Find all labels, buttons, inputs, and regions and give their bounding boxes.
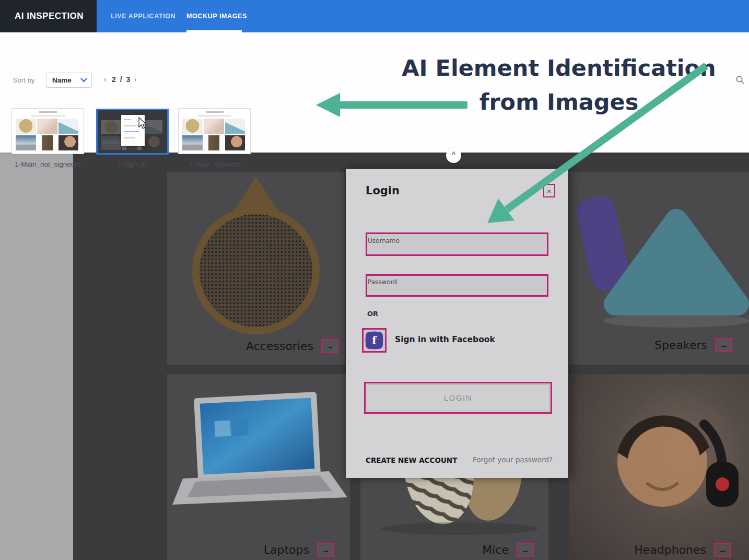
category-arrow-button[interactable]: →: [715, 338, 732, 352]
sort-by-label: Sort by: [13, 76, 34, 84]
thumbnail-main-not-signedin[interactable]: [11, 108, 84, 154]
thumb-login-modal: [121, 115, 145, 146]
login-modal: Login × OR f Sign in with Facebook LOGIN…: [346, 169, 568, 478]
category-label: Mice: [482, 543, 509, 556]
thumbnail-sign-in[interactable]: [96, 109, 169, 155]
category-arrow-button[interactable]: →: [714, 543, 731, 557]
category-label: Laptops: [264, 543, 309, 556]
mockup-screenshot: Accessories → Speakers →: [73, 153, 749, 560]
thumbnail-label: 1-Main_not_signedin: [3, 160, 92, 168]
facebook-signin-label: Sign in with Facebook: [395, 335, 495, 344]
or-separator-label: OR: [367, 310, 378, 318]
category-label: Accessories: [246, 340, 313, 353]
category-arrow-button[interactable]: →: [517, 543, 534, 557]
thumb-product-grid: [182, 119, 247, 151]
close-icon[interactable]: ×: [543, 184, 555, 197]
category-row: Headphones →: [634, 543, 731, 557]
category-tile-speakers: Speakers →: [569, 172, 749, 365]
headphones-product-image: [569, 374, 749, 560]
annotation-caption: AI Element Identification from Images: [360, 51, 749, 120]
thumbnail-label: 3-Main_signedin: [170, 160, 259, 168]
login-button[interactable]: LOGIN: [364, 382, 552, 414]
top-navigation-bar: AI INSPECTION LIVE APPLICATION MOCKUP IM…: [0, 0, 749, 32]
category-tile-accessories: Accessories →: [167, 172, 345, 365]
thumb-product-grid: [16, 119, 80, 151]
active-tab-underline: [186, 30, 242, 32]
category-row: Laptops →: [264, 543, 334, 557]
forgot-password-link[interactable]: Forgot your password?: [473, 456, 553, 464]
caret-up-icon: ^: [452, 151, 455, 157]
category-row: Speakers →: [654, 338, 732, 352]
login-button-label: LOGIN: [367, 384, 549, 411]
speakers-product-image: [569, 172, 749, 365]
login-modal-title: Login: [366, 184, 400, 197]
category-arrow-button[interactable]: →: [321, 339, 338, 353]
category-label: Speakers: [654, 339, 707, 352]
thumb-menu-bar: [31, 115, 65, 116]
create-account-link[interactable]: CREATE NEW ACCOUNT: [366, 456, 457, 464]
category-tile-laptops: Laptops →: [167, 374, 350, 560]
facebook-icon: f: [366, 332, 383, 349]
category-row: Accessories →: [246, 339, 338, 353]
thumbnail-label: 2-Sign_in: [87, 160, 176, 168]
tab-live-application[interactable]: LIVE APPLICATION: [111, 0, 175, 32]
thumbnail-main-signedin[interactable]: [178, 108, 251, 154]
thumb-menu-bar: [198, 115, 231, 116]
pagination-next-button[interactable]: ›: [134, 75, 137, 84]
app-window: AI INSPECTION LIVE APPLICATION MOCKUP IM…: [0, 0, 749, 560]
chevron-down-icon: [80, 78, 87, 83]
thumb-header-bar: [206, 111, 224, 113]
password-input[interactable]: [366, 274, 548, 297]
collapse-panel-caret[interactable]: ^: [446, 148, 461, 163]
thumb-dim-overlay: [98, 110, 167, 153]
annotation-line-1: AI Element Identification: [360, 51, 749, 85]
category-tile-headphones: Headphones →: [569, 374, 749, 560]
speaker-product-image: [167, 172, 345, 365]
pagination-prev-button[interactable]: ‹: [104, 75, 107, 84]
category-label: Headphones: [634, 543, 706, 556]
pagination-current: 2 / 3: [112, 75, 131, 84]
category-arrow-button[interactable]: →: [317, 543, 334, 557]
category-row: Mice →: [482, 543, 534, 557]
annotation-line-2: from Images: [360, 85, 749, 119]
thumb-header-bar: [39, 111, 57, 113]
mockup-image-viewer: Accessories → Speakers →: [0, 153, 749, 560]
tab-mockup-images[interactable]: MOCKUP IMAGES: [186, 0, 247, 32]
sort-dropdown-value: Name: [52, 76, 72, 84]
facebook-signin-button[interactable]: f: [362, 328, 387, 353]
sort-dropdown[interactable]: Name: [46, 73, 92, 88]
username-input[interactable]: [366, 232, 548, 256]
app-title: AI INSPECTION: [0, 0, 97, 32]
laptop-product-image: [167, 374, 350, 560]
